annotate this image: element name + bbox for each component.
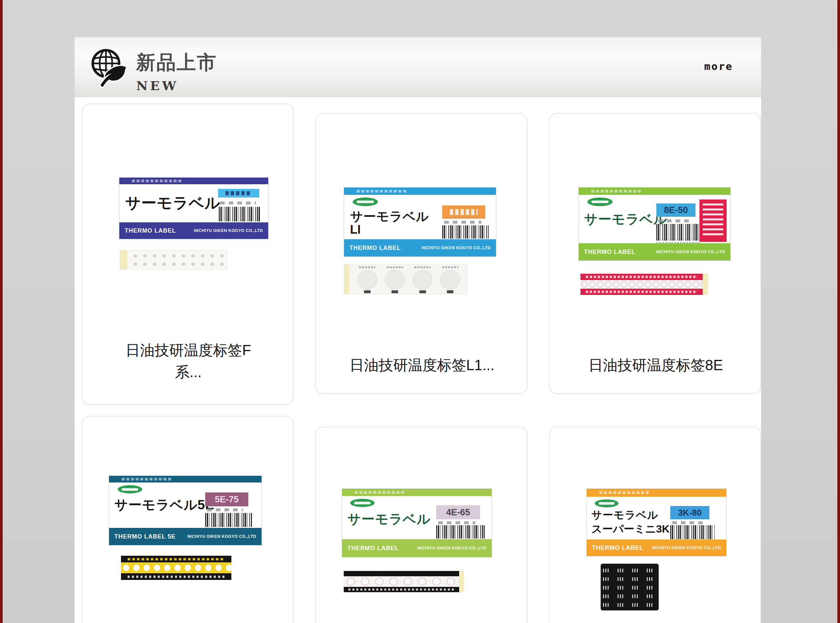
- indicator-circles: [121, 562, 231, 573]
- lot-text: [438, 521, 475, 524]
- label-footer-left: THERMO LABEL: [349, 244, 401, 252]
- label-brand-text: サーモラベル: [584, 210, 667, 228]
- label-footer-left: THERMO LABEL 5E: [114, 533, 176, 540]
- section-subtitle: NEW: [136, 78, 217, 93]
- page-left-edge: [0, 0, 3, 623]
- label-top-bar: [344, 187, 496, 195]
- product-card[interactable]: サーモラベル 8E-50 THERMO LABEL NICHIYU GIKEN …: [549, 113, 761, 394]
- product-package-image: サーモラベル 4E-65 THERMO LABEL NICHIYU GIKEN …: [342, 488, 492, 557]
- brand-logo-icon: [587, 198, 613, 206]
- product-title: 日油技研温度标签8E: [560, 354, 751, 376]
- label-bottom-bar: THERMO LABEL NICHIYU GIKEN KOGYO CO.,LTD: [587, 540, 726, 556]
- label-top-bar: [109, 476, 261, 482]
- barcode: [219, 207, 261, 221]
- red-info-box: [699, 199, 726, 242]
- indicator-circle: [385, 270, 405, 289]
- strip-band: [580, 288, 703, 295]
- temperature-strip: [344, 571, 464, 592]
- indicator-circle: [357, 270, 377, 289]
- product-package-image: サーモラベル スーパーミニ3K 3K-80 THERMO LABEL NICHI…: [587, 488, 726, 556]
- lot-text: [658, 219, 691, 222]
- temperature-strip: [121, 556, 231, 580]
- label-bottom-bar: THERMO LABEL NICHIYU GIKEN KOGYO CO.,LTD: [342, 539, 491, 557]
- label-bottom-bar: THERMO LABEL NICHIYU GIKEN KOGYO CO.,LTD: [119, 222, 268, 239]
- model-chip: [218, 189, 259, 198]
- label-footer-right: NICHIYU GIKEN KOGYO CO.,LTD: [422, 246, 491, 250]
- lot-text: [672, 521, 705, 524]
- globe-leaf-icon: [89, 47, 129, 89]
- label-bottom-bar: THERMO LABEL 5E NICHIYU GIKEN KOGYO CO.,…: [109, 528, 261, 545]
- page-right-edge: [837, 0, 840, 623]
- label-footer-right: NICHIYU GIKEN KOGYO CO.,LTD: [652, 545, 721, 550]
- lot-text: [220, 201, 256, 204]
- lot-text: [207, 508, 243, 511]
- label-top-bar: [587, 489, 726, 497]
- product-package-image: サーモラベル THERMO LABEL NICHIYU GIKEN KOGYO …: [119, 177, 269, 239]
- label-footer-right: NICHIYU GIKEN KOGYO CO.,LTD: [656, 250, 725, 254]
- mini-label-sheet: [600, 564, 659, 611]
- label-brand-text: サーモラベル: [591, 508, 658, 523]
- label-footer-right: NICHIYU GIKEN KOGYO CO.,LTD: [417, 546, 486, 551]
- model-chip: 3K-80: [670, 506, 709, 519]
- product-package-image: サーモラベル LI THERMO LABEL NICHIYU GIKEN KOG…: [344, 187, 496, 257]
- temperature-strip: [580, 274, 708, 295]
- label-brand-text: サーモラベル: [125, 193, 220, 213]
- barcode: [436, 525, 485, 539]
- temperature-strip: [120, 250, 228, 269]
- product-package-image: サーモラベル5E 5E-75 THERMO LABEL 5E NICHIYU G…: [109, 476, 262, 545]
- label-top-bar: [342, 489, 491, 496]
- temperature-strip: [344, 264, 467, 294]
- product-package-image: サーモラベル 8E-50 THERMO LABEL NICHIYU GIKEN …: [579, 187, 731, 261]
- header-title-block: 新品上市 NEW: [136, 50, 217, 93]
- brand-logo-icon: [350, 499, 375, 507]
- barcode: [670, 525, 715, 539]
- label-footer-right: NICHIYU GIKEN KOGYO CO.,LTD: [194, 228, 263, 233]
- label-top-bar: [579, 187, 730, 195]
- product-card[interactable]: サーモラベル5E 5E-75 THERMO LABEL 5E NICHIYU G…: [81, 416, 294, 623]
- product-card[interactable]: サーモラベル 4E-65 THERMO LABEL NICHIYU GIKEN …: [315, 427, 527, 623]
- strip-band: [344, 587, 459, 592]
- brand-logo-icon: [353, 198, 378, 206]
- section-title: 新品上市: [136, 50, 217, 75]
- model-chip: 4E-65: [436, 505, 480, 519]
- indicator-circles: [580, 280, 703, 288]
- label-brand-text: サーモラベル5E: [114, 496, 215, 514]
- label-brand-text: サーモラベル: [347, 510, 431, 528]
- brand-logo-icon: [118, 485, 142, 493]
- barcode: [205, 513, 252, 527]
- content-panel: 新品上市 NEW more サーモラベル THERMO LABEL NICHIY…: [75, 37, 761, 623]
- product-title: 日油技研温度标签F系...: [119, 339, 258, 383]
- label-brand-text2: LI: [350, 223, 361, 236]
- label-footer-left: THERMO LABEL: [584, 249, 636, 255]
- indicator-circle: [440, 270, 460, 289]
- lot-text: [444, 221, 481, 224]
- indicator-circles: [344, 576, 459, 587]
- indicator-dots: [131, 252, 226, 268]
- model-chip: [442, 206, 485, 219]
- indicator-circle: [413, 270, 433, 289]
- label-brand-text: サーモラベル: [350, 208, 429, 225]
- model-chip: 8E-50: [656, 204, 696, 217]
- label-footer-left: THERMO LABEL: [124, 227, 176, 234]
- model-chip: 5E-75: [205, 493, 248, 506]
- label-brand-text2: スーパーミニ3K: [591, 522, 670, 537]
- barcode: [442, 226, 488, 239]
- product-card[interactable]: サーモラベル THERMO LABEL NICHIYU GIKEN KOGYO …: [81, 103, 294, 405]
- indicator-circles: [353, 270, 464, 289]
- product-card[interactable]: サーモラベル スーパーミニ3K 3K-80 THERMO LABEL NICHI…: [549, 427, 761, 623]
- strip-band: [121, 573, 231, 580]
- product-card[interactable]: サーモラベル LI THERMO LABEL NICHIYU GIKEN KOG…: [315, 113, 527, 394]
- label-top-bar: [119, 178, 268, 184]
- strip-band: [580, 274, 703, 280]
- label-bottom-bar: THERMO LABEL NICHIYU GIKEN KOGYO CO.,LTD: [579, 243, 730, 261]
- strip-edge: [703, 274, 708, 295]
- label-bottom-bar: THERMO LABEL NICHIYU GIKEN KOGYO CO.,LTD: [344, 239, 496, 256]
- section-header: 新品上市 NEW more: [75, 37, 761, 97]
- label-footer-right: NICHIYU GIKEN KOGYO CO.,LTD: [187, 534, 256, 539]
- product-title: 日油技研温度标签L1...: [327, 354, 518, 376]
- label-footer-left: THERMO LABEL: [592, 545, 643, 551]
- strip-edge: [459, 571, 464, 592]
- more-link[interactable]: more: [704, 60, 733, 72]
- strip-band: [344, 571, 459, 576]
- strip-band: [121, 556, 231, 562]
